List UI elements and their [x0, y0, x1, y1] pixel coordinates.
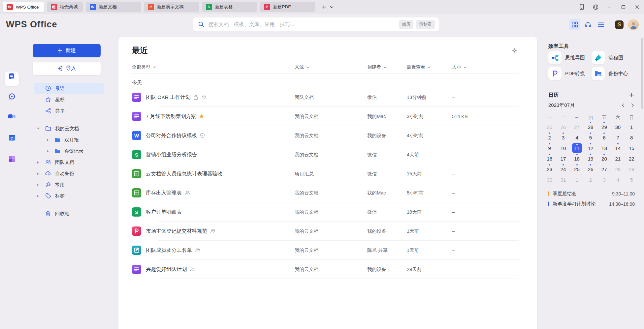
table-row[interactable]: 团队成员及分工名单我的云文档陈旭 共享1天前–	[132, 241, 519, 260]
new-document-button[interactable]: 新建	[33, 44, 101, 57]
calendar-day[interactable]: 10	[556, 143, 570, 153]
sidebar-item-共享[interactable]: 共享	[34, 105, 104, 116]
chevron-right-icon[interactable]	[47, 138, 49, 142]
calendar-day[interactable]: 4	[570, 132, 584, 143]
calendar-day[interactable]: 24	[556, 164, 570, 174]
calendar-day[interactable]: 19	[584, 153, 597, 164]
table-row[interactable]: 团队 OKR 工作计划团队文档微信13分钟前–	[132, 88, 519, 107]
sidebar-item-星标[interactable]: 星标	[34, 94, 104, 105]
sidebar-tree-团队文档[interactable]: 团队文档	[34, 157, 104, 168]
list-settings-gear-icon[interactable]	[510, 46, 519, 55]
tab-稻壳商城[interactable]: 稻稻壳商城	[47, 2, 83, 12]
chevron-down-icon[interactable]	[37, 127, 40, 130]
table-row[interactable]: 7 月线下活动策划方案我的云文档我的Mac3小时前514 KB	[132, 107, 519, 126]
calendar-day[interactable]: 23	[543, 164, 556, 174]
calendar-day[interactable]: 25	[543, 122, 556, 132]
import-button[interactable]: 导入	[33, 62, 101, 75]
filter-最近查看[interactable]: 最近查看	[407, 64, 452, 70]
sidebar-item-回收站[interactable]: 回收站	[34, 208, 104, 219]
search-input[interactable]	[208, 21, 396, 28]
new-tab-button[interactable]	[320, 2, 328, 12]
calendar-day[interactable]: 28	[584, 122, 597, 132]
rail-apps-icon[interactable]	[0, 155, 23, 163]
chevron-right-icon[interactable]	[37, 172, 39, 175]
calendar-day[interactable]: 29	[625, 164, 638, 174]
calendar-day[interactable]: 29	[597, 122, 611, 132]
calendar-day[interactable]: 9	[543, 143, 556, 153]
table-row[interactable]: S客户订单明细表我的云文档微信18天前–	[132, 202, 519, 222]
tool-流程图[interactable]: 流程图	[592, 51, 635, 64]
calendar-day[interactable]: 26	[584, 164, 597, 174]
calendar-event[interactable]: 季度总结会9:30–11:00	[548, 189, 635, 199]
calendar-next-month-button[interactable]	[630, 103, 635, 108]
calendar-day[interactable]: 26	[556, 122, 570, 132]
apps-grid-icon[interactable]	[569, 19, 580, 30]
tab-list-dropdown[interactable]	[329, 2, 335, 12]
calendar-event[interactable]: 新季度学习计划讨论14:30–16:00	[548, 199, 635, 209]
user-avatar[interactable]	[628, 19, 639, 30]
calendar-day[interactable]: 30	[611, 122, 625, 132]
calendar-day[interactable]: 27	[570, 122, 584, 132]
filter-全部类型[interactable]: 全部类型	[132, 64, 295, 70]
tool-备份中心[interactable]: 备份中心	[592, 67, 635, 80]
calendar-day[interactable]: 3	[597, 174, 611, 185]
calendar-day[interactable]: 12	[584, 143, 597, 153]
calendar-day[interactable]: 15	[625, 143, 638, 153]
support-headset-icon[interactable]	[582, 19, 594, 30]
globe-icon[interactable]	[592, 3, 599, 11]
calendar-day[interactable]: 8	[625, 132, 638, 143]
calendar-day[interactable]: 1	[625, 122, 638, 132]
global-search-bar[interactable]: 简历 策划案	[193, 17, 439, 31]
sidebar-tree-我的云文档[interactable]: 我的云文档	[34, 123, 104, 134]
chevron-right-icon[interactable]	[37, 161, 39, 164]
calendar-day[interactable]: 5	[625, 174, 638, 185]
calendar-day[interactable]: 1	[570, 174, 584, 185]
scrollbar-thumb[interactable]	[641, 38, 643, 109]
table-row[interactable]: 市场主体登记提交材料规范我的云文档我的设备1天前–	[132, 222, 519, 241]
calendar-day[interactable]: 14	[611, 143, 625, 153]
calendar-day[interactable]: 25	[570, 164, 584, 174]
tab-新建表格[interactable]: S新建表格	[202, 2, 257, 12]
main-menu-icon[interactable]	[596, 19, 607, 30]
maximize-button[interactable]	[620, 3, 627, 11]
rail-documents-icon[interactable]	[0, 72, 23, 80]
chevron-right-icon[interactable]	[47, 150, 49, 153]
send-to-phone-icon[interactable]	[578, 3, 585, 11]
table-row[interactable]: S营销小组业绩分析报告我的云文档微信4天前–	[132, 145, 519, 164]
sidebar-tree-常用[interactable]: 常用	[34, 179, 104, 190]
table-row[interactable]: 兴趣爱好组队计划我的云文档我的设备29天前–	[132, 260, 519, 279]
sidebar-item-最近[interactable]: 最近	[34, 83, 104, 94]
calendar-day[interactable]: 7	[611, 132, 625, 143]
calendar-day[interactable]: 28	[611, 164, 625, 174]
calendar-day[interactable]: 3	[556, 132, 570, 143]
tool-PDF转换[interactable]: PDF转换	[548, 67, 592, 80]
rail-chat-icon[interactable]	[0, 93, 23, 101]
sidebar-tree-标签[interactable]: 标签	[34, 190, 104, 201]
rail-calendar-icon[interactable]: 7	[0, 134, 23, 142]
search-tag-resume[interactable]: 简历	[399, 20, 413, 29]
calendar-day[interactable]: 31	[556, 174, 570, 185]
filter-创建者[interactable]: 创建者	[367, 64, 407, 70]
add-event-button[interactable]	[628, 92, 635, 98]
sidebar-tree-会议记录[interactable]: 会议记录	[34, 145, 104, 157]
calendar-day[interactable]: 20	[597, 153, 611, 164]
tab-新建文档[interactable]: W新建文档	[86, 2, 141, 12]
sidebar-tree-双月报[interactable]: 双月报	[34, 134, 104, 145]
calendar-day[interactable]: 22	[625, 153, 638, 164]
calendar-day[interactable]: 2	[584, 174, 597, 185]
minimize-button[interactable]	[606, 3, 613, 11]
table-row[interactable]: 库存出入管理表我的云文档我的Mac5小时前–	[132, 183, 519, 202]
svip-badge[interactable]: S	[615, 20, 624, 29]
calendar-day[interactable]: 30	[543, 174, 556, 185]
calendar-day[interactable]: 4	[611, 174, 625, 185]
search-tag-plan[interactable]: 策划案	[416, 20, 435, 29]
table-row[interactable]: 云文档管人员信息统计表理器验收项目汇总微信15天前–	[132, 164, 519, 183]
calendar-day[interactable]: 18	[570, 153, 584, 164]
filter-来源[interactable]: 来源	[295, 64, 367, 70]
filter-大小[interactable]: 大小	[452, 64, 519, 70]
tab-新建演示文稿[interactable]: P新建演示文稿	[144, 2, 199, 12]
chevron-right-icon[interactable]	[37, 194, 39, 198]
calendar-day[interactable]: 13	[597, 143, 611, 153]
tab-wps-home[interactable]: WWPS Office	[3, 2, 44, 12]
chevron-right-icon[interactable]	[37, 183, 39, 187]
